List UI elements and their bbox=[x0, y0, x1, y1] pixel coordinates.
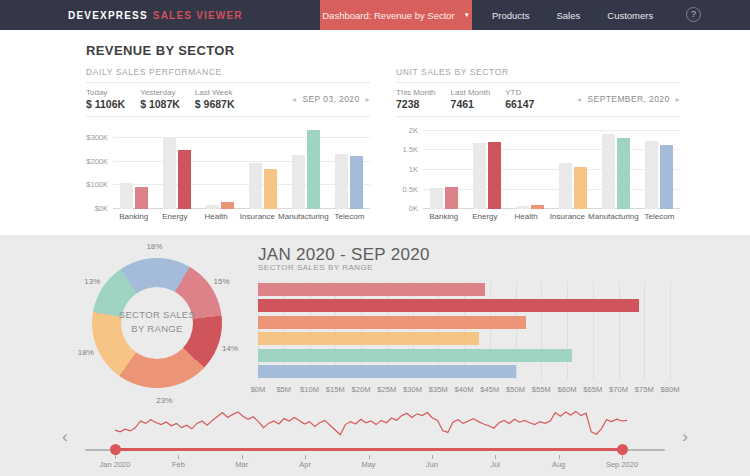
brand-devexpress: DEVEXPRESS bbox=[68, 10, 148, 21]
bar-health-previous[interactable] bbox=[516, 206, 529, 209]
hbar-row-3[interactable] bbox=[258, 332, 479, 345]
month-label: Aug bbox=[552, 460, 565, 469]
bar-telecom-current[interactable] bbox=[350, 156, 363, 209]
stat-label: Last Month bbox=[451, 88, 491, 97]
x-tick-label: $80M bbox=[661, 385, 680, 394]
month-label: May bbox=[361, 460, 375, 469]
category-label: Energy bbox=[464, 209, 505, 221]
bar-group-insurance bbox=[241, 129, 284, 209]
bar-insurance-current[interactable] bbox=[264, 169, 277, 209]
dashboard-selector-button[interactable]: Dashboard: Revenue by Sector ▼ bbox=[320, 0, 472, 30]
hbar-row-4[interactable] bbox=[258, 349, 572, 362]
hbar-x-axis: $0M$5M$10M$15M$20M$25M$30M$35M$40M$45M$5… bbox=[258, 385, 670, 397]
hbar-row-2[interactable] bbox=[258, 316, 526, 329]
y-tick-label: $0K bbox=[95, 204, 108, 213]
brand-sales-viewer: SALES VIEWER bbox=[153, 10, 243, 21]
x-tick-label: $75M bbox=[635, 385, 654, 394]
donut-slice-label: 14% bbox=[222, 343, 238, 352]
bar-manufacturing-previous[interactable] bbox=[292, 155, 305, 209]
hbar-row-0[interactable] bbox=[258, 283, 485, 296]
range-handle-left[interactable] bbox=[110, 444, 121, 455]
help-icon[interactable]: ? bbox=[686, 7, 701, 22]
x-tick-label: $60M bbox=[558, 385, 577, 394]
bar-telecom-current[interactable] bbox=[660, 145, 673, 209]
bar-manufacturing-current[interactable] bbox=[307, 130, 320, 209]
bar-banking-previous[interactable] bbox=[120, 183, 133, 209]
date-next-icon[interactable]: ▸ bbox=[366, 95, 370, 104]
bar-energy-current[interactable] bbox=[488, 142, 501, 210]
date-prev-icon[interactable]: ◂ bbox=[292, 95, 296, 104]
bar-manufacturing-previous[interactable] bbox=[602, 134, 615, 209]
hbar-row-5[interactable] bbox=[258, 365, 516, 378]
bar-energy-current[interactable] bbox=[178, 150, 191, 209]
date-nav-label: SEPTEMBER, 2020 bbox=[588, 94, 670, 104]
bar-health-previous[interactable] bbox=[206, 205, 219, 209]
hbar-plot-area bbox=[258, 281, 670, 380]
stat-last-month: Last Month 7461 bbox=[451, 88, 491, 110]
gridline bbox=[593, 281, 594, 380]
x-tick-label: $65M bbox=[583, 385, 602, 394]
range-scroll-right-icon[interactable]: › bbox=[682, 427, 688, 447]
hbar-row-1[interactable] bbox=[258, 299, 639, 312]
navbar: DEVEXPRESS SALES VIEWER Dashboard: Reven… bbox=[0, 0, 750, 30]
donut-slice-label: 18% bbox=[146, 242, 162, 251]
y-tick-label: $100K bbox=[86, 180, 108, 189]
bar-group-telecom bbox=[327, 129, 370, 209]
daily-sales-stats-row: Today $ 1106K Yesterday $ 1087K Last Wee… bbox=[86, 83, 370, 117]
gridline bbox=[541, 281, 542, 380]
category-label: Banking bbox=[113, 209, 154, 221]
stat-value: $ 1087K bbox=[140, 98, 180, 110]
category-label: Telecom bbox=[639, 209, 680, 221]
range-heading: JAN 2020 - SEP 2020 bbox=[258, 245, 430, 265]
y-tick-label: $300K bbox=[86, 133, 108, 142]
range-scroll-left-icon[interactable]: ‹ bbox=[62, 427, 68, 447]
bar-banking-previous[interactable] bbox=[430, 188, 443, 209]
bar-manufacturing-current[interactable] bbox=[617, 138, 630, 209]
stat-label: Today bbox=[86, 88, 125, 97]
bar-energy-previous[interactable] bbox=[473, 143, 486, 209]
month-tick bbox=[115, 455, 116, 459]
bar-insurance-current[interactable] bbox=[574, 167, 587, 209]
unit-sales-panel-title: UNIT SALES BY SECTOR bbox=[396, 67, 680, 83]
page-title: REVENUE BY SECTOR bbox=[86, 43, 750, 58]
bar-health-current[interactable] bbox=[531, 205, 544, 209]
nav-link-sales[interactable]: Sales bbox=[557, 10, 581, 21]
category-label: Health bbox=[506, 209, 547, 221]
x-tick-label: $35M bbox=[429, 385, 448, 394]
gridline bbox=[619, 281, 620, 380]
bar-group-energy bbox=[466, 129, 509, 209]
bar-group-banking bbox=[113, 129, 156, 209]
unit-sales-stats-row: This Month 7238 Last Month 7461 YTD 6614… bbox=[396, 83, 680, 117]
month-label: Feb bbox=[172, 460, 185, 469]
bar-energy-previous[interactable] bbox=[163, 137, 176, 209]
dashboard-selector-label: Dashboard: Revenue by Sector bbox=[322, 10, 455, 21]
brand-logo[interactable]: DEVEXPRESS SALES VIEWER bbox=[68, 0, 243, 30]
bar-group-manufacturing bbox=[284, 129, 327, 209]
y-tick-label: $200K bbox=[86, 157, 108, 166]
range-selected-track[interactable] bbox=[115, 448, 622, 451]
bar-telecom-previous[interactable] bbox=[335, 154, 348, 209]
chevron-down-icon: ▼ bbox=[464, 12, 470, 18]
date-next-icon[interactable]: ▸ bbox=[676, 95, 680, 104]
range-handle-right[interactable] bbox=[617, 444, 628, 455]
gridline bbox=[567, 281, 568, 380]
plot-area bbox=[423, 129, 680, 209]
bar-insurance-previous[interactable] bbox=[559, 163, 572, 209]
bar-health-current[interactable] bbox=[221, 202, 234, 209]
nav-link-customers[interactable]: Customers bbox=[607, 10, 653, 21]
nav-links: Products Sales Customers bbox=[492, 0, 653, 30]
y-axis: 0K0.5K1K1.5K2K bbox=[396, 129, 423, 209]
stat-ytd: YTD 66147 bbox=[505, 88, 534, 110]
revenue-by-sector-section: REVENUE BY SECTOR DAILY SALES PERFORMANC… bbox=[0, 43, 750, 235]
x-tick-label: $0M bbox=[251, 385, 266, 394]
bar-banking-current[interactable] bbox=[445, 187, 458, 209]
nav-link-products[interactable]: Products bbox=[492, 10, 530, 21]
unit-sales-panel: UNIT SALES BY SECTOR This Month 7238 Las… bbox=[396, 67, 680, 221]
bar-banking-current[interactable] bbox=[135, 187, 148, 209]
date-prev-icon[interactable]: ◂ bbox=[577, 95, 581, 104]
bar-telecom-previous[interactable] bbox=[645, 141, 658, 209]
month-tick bbox=[622, 455, 623, 459]
gridline bbox=[644, 281, 645, 380]
donut-center-label: SECTOR SALES BY RANGE bbox=[117, 308, 197, 336]
bar-insurance-previous[interactable] bbox=[249, 163, 262, 209]
